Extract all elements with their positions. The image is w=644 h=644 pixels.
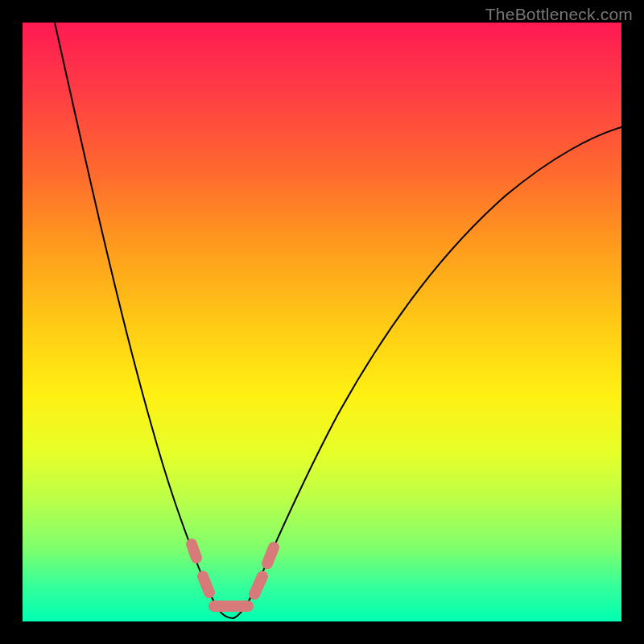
curves-svg: [23, 23, 621, 621]
left-curve: [55, 23, 233, 618]
plot-area: [23, 23, 621, 621]
highlight-right-lower: [254, 576, 262, 594]
highlight-left-upper: [192, 544, 196, 558]
highlight-right-upper: [267, 547, 274, 564]
highlight-left-lower: [203, 576, 209, 592]
chart-frame: TheBottleneck.com: [0, 0, 644, 644]
right-curve: [233, 127, 621, 618]
watermark-text: TheBottleneck.com: [485, 5, 633, 24]
